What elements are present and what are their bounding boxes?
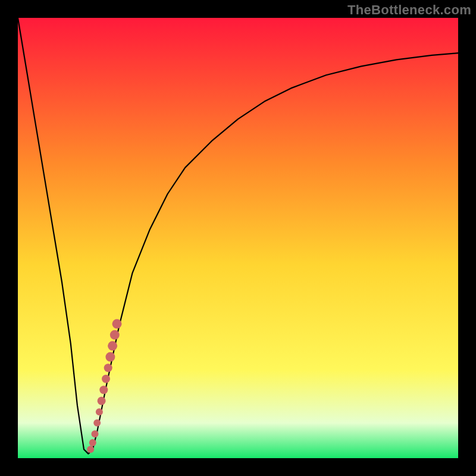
highlight-dot xyxy=(99,386,108,394)
highlight-dot xyxy=(98,397,106,405)
highlight-dot xyxy=(92,430,99,437)
highlight-dot xyxy=(89,439,96,446)
highlight-dot xyxy=(110,330,120,340)
highlight-dot xyxy=(102,375,110,383)
highlight-dot xyxy=(105,352,115,362)
highlight-dot xyxy=(87,446,94,453)
watermark-label: TheBottleneck.com xyxy=(347,2,471,18)
bottleneck-chart: TheBottleneck.com xyxy=(0,0,476,476)
highlight-dot xyxy=(96,408,103,415)
highlight-dot xyxy=(112,319,122,328)
plot-gradient xyxy=(18,18,458,458)
highlight-dot xyxy=(108,341,117,350)
highlight-dot xyxy=(93,419,101,427)
chart-svg xyxy=(0,0,476,476)
highlight-dot xyxy=(104,364,112,372)
